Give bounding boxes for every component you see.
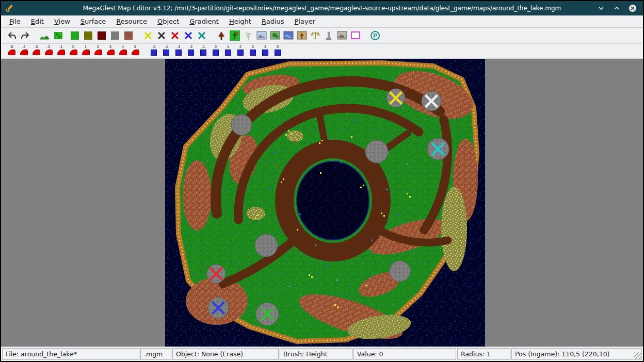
surface-swatch-road[interactable]	[95, 29, 108, 42]
app-wrench-icon[interactable]	[5, 4, 14, 13]
height-brush-1[interactable]: 1	[79, 44, 92, 58]
gradient-brush-2[interactable]: 2	[234, 44, 247, 58]
height-brush-icon	[119, 50, 127, 55]
resource-cross-stone[interactable]	[155, 29, 168, 42]
menu-player[interactable]: Player	[289, 15, 320, 27]
resource-cross-custom-teal[interactable]	[195, 29, 208, 42]
menu-gradient[interactable]: Gradient	[184, 15, 224, 27]
object-bush-icon[interactable]	[228, 29, 242, 42]
gradient-brush-5[interactable]: 5	[271, 44, 284, 58]
height-brush-icon	[82, 50, 90, 55]
height-brush--4[interactable]: -4	[18, 44, 30, 58]
status-value: Value: 0	[353, 348, 456, 360]
player-start-button[interactable]: P	[368, 29, 382, 42]
height-brush-icon	[57, 50, 65, 55]
resource-cross-custom-blue[interactable]	[182, 29, 195, 42]
gradient-brush-4[interactable]: 4	[259, 44, 271, 58]
radius-9-button[interactable]	[381, 44, 392, 58]
titlebar: MegaGlest Map Editor v3.12; /mnt/3-parti…	[1, 1, 643, 15]
height-brush-4[interactable]: 4	[117, 44, 129, 58]
height-brush--2[interactable]: -2	[42, 44, 55, 58]
gradient-brush-icon	[275, 50, 281, 56]
resize-grip[interactable]	[634, 352, 641, 359]
radius-7-button[interactable]	[358, 44, 369, 58]
surface-swatch-secondary-grass[interactable]	[82, 29, 95, 42]
height-brush--5[interactable]: -5	[5, 44, 18, 58]
radius-1-button[interactable]	[290, 44, 301, 58]
height-brush-3[interactable]: 3	[104, 44, 117, 58]
menu-radius[interactable]: Radius	[256, 15, 289, 27]
object-grass-picture-icon[interactable]	[268, 29, 282, 42]
gradient-brush--4[interactable]: -4	[160, 44, 172, 58]
maximize-button[interactable]	[613, 5, 620, 12]
radius-3-button[interactable]	[313, 44, 324, 58]
height-brush-icon	[107, 50, 115, 55]
gradient-brush--2[interactable]: -2	[185, 44, 197, 58]
menu-file[interactable]: File	[4, 15, 26, 27]
menu-resource[interactable]: Resource	[111, 15, 152, 27]
menu-surface[interactable]: Surface	[75, 15, 111, 27]
object-statue-icon[interactable]	[322, 29, 335, 42]
map-view[interactable]	[165, 59, 485, 347]
object-none-erase-icon[interactable]	[349, 29, 362, 42]
status-brush: Brush: Height	[280, 348, 352, 360]
surface-swatch-ground[interactable]	[122, 29, 135, 42]
player-start-letter: P	[373, 32, 377, 39]
minimize-button[interactable]	[598, 5, 605, 12]
status-position-text: Pos (Ingame): 110,5 (220,10)	[515, 350, 609, 358]
height-brush-icon	[94, 50, 102, 55]
radius-6-button[interactable]	[347, 44, 358, 58]
brush-toolbar: -5 -4 -3 -2 -1 0 1 2 3 4 5 -5 -4 -3 -2 -…	[1, 44, 643, 59]
object-water-object-icon[interactable]	[282, 29, 295, 42]
height-brush-2[interactable]: 2	[92, 44, 104, 58]
window-title: MegaGlest Map Editor v3.12; /mnt/3-parti…	[1, 5, 643, 12]
central-lake	[297, 161, 369, 240]
object-big-tree-icon[interactable]	[295, 29, 309, 42]
height-brush--3[interactable]: -3	[30, 44, 42, 58]
menu-height[interactable]: Height	[224, 15, 256, 27]
gradient-brush-icon	[250, 50, 256, 56]
resource-cross-custom-red[interactable]	[168, 29, 182, 42]
radius-4-button[interactable]	[324, 44, 335, 58]
surface-swatch-grass[interactable]	[68, 29, 82, 42]
radius-2-button[interactable]	[301, 44, 313, 58]
height-brush-icon	[33, 50, 40, 55]
height-brush-icon	[70, 50, 77, 55]
object-tree-icon[interactable]	[215, 29, 228, 42]
height-brush-5[interactable]: 5	[129, 44, 141, 58]
gradient-brush-3[interactable]: 3	[247, 44, 259, 58]
redo-button[interactable]	[19, 29, 32, 42]
height-brush-icon	[45, 50, 53, 55]
height-brush-icon	[8, 50, 15, 55]
gradient-brush--3[interactable]: -3	[172, 44, 185, 58]
height-brush-0[interactable]: 0	[67, 44, 79, 58]
gradient-brush-icon	[200, 50, 206, 56]
editor-canvas[interactable]	[1, 59, 643, 347]
gradient-brush-icon	[237, 50, 244, 56]
gradient-brush--1[interactable]: -1	[197, 44, 210, 58]
object-scales-icon[interactable]	[309, 29, 322, 42]
height-brush--1[interactable]: -1	[55, 44, 67, 58]
main-toolbar: P	[1, 28, 643, 44]
menu-edit[interactable]: Edit	[26, 15, 49, 27]
grass-hills-icon[interactable]	[38, 29, 52, 42]
grass-texture-icon[interactable]	[52, 29, 65, 42]
object-dead-tree-icon[interactable]	[242, 29, 255, 42]
menu-view[interactable]: View	[49, 15, 75, 27]
menu-object[interactable]: Object	[152, 15, 184, 27]
app-window: MegaGlest Map Editor v3.12; /mnt/3-parti…	[0, 0, 644, 362]
radius-8-button[interactable]	[369, 44, 381, 58]
surface-swatch-stone[interactable]	[108, 29, 122, 42]
gradient-brush-0[interactable]: 0	[210, 44, 222, 58]
gradient-brush-icon	[213, 50, 219, 56]
gradient-brush-1[interactable]: 1	[222, 44, 234, 58]
gradient-brush--5[interactable]: -5	[148, 44, 160, 58]
object-mountain-icon[interactable]	[335, 29, 349, 42]
object-stone-picture-icon[interactable]	[255, 29, 268, 42]
map-around-the-lake[interactable]	[165, 59, 485, 347]
close-button[interactable]	[629, 4, 637, 12]
status-position: Pos (Ingame): 110,5 (220,10)	[511, 348, 642, 360]
radius-5-button[interactable]	[335, 44, 347, 58]
undo-button[interactable]	[5, 29, 19, 42]
resource-cross-gold[interactable]	[141, 29, 155, 42]
